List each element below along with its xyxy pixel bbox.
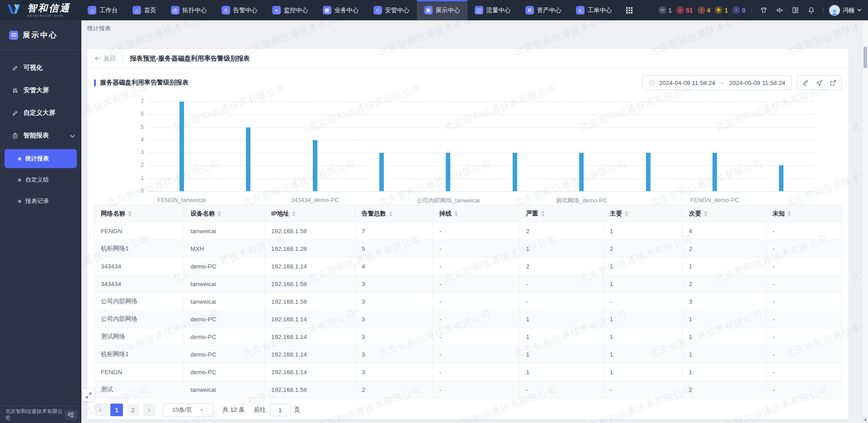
table-cell: demo-PC (184, 258, 265, 275)
sort-caret-icon[interactable] (625, 211, 628, 216)
table-row[interactable]: 公司内部网络tanweicai192.168.1.583---3- (94, 293, 842, 310)
table-column-header[interactable]: 未知 (766, 205, 841, 222)
sidebar-subitem[interactable]: 报表记录 (5, 192, 77, 211)
theme-skin-icon[interactable] (758, 5, 769, 16)
alarm-badge-major[interactable]: 4 (698, 6, 711, 14)
user-menu[interactable]: 冯楠 (829, 5, 862, 16)
fullscreen-icon[interactable] (82, 389, 94, 401)
scrollbar-down-arrow[interactable]: ▼ (863, 417, 868, 423)
top-nav-label: 工单中心 (588, 6, 612, 14)
table-column-header[interactable]: 告警总数 (355, 205, 433, 222)
sidebar-item[interactable]: 智能报表 (0, 124, 81, 147)
alarm-badge-minor[interactable]: 1 (715, 6, 728, 14)
top-nav-item[interactable]: ⚠告警中心 (214, 0, 265, 20)
sidebar-subitem[interactable]: 自定义组 (5, 170, 77, 189)
page-size-select[interactable]: 10条/页▼ (163, 403, 213, 417)
mute-speaker-icon[interactable] (774, 5, 785, 16)
apps-grid-icon[interactable] (619, 7, 639, 14)
top-nav-item[interactable]: ≈监控中心 (265, 0, 316, 20)
vertical-scrollbar[interactable]: ▼ (862, 20, 868, 423)
top-nav-item[interactable]: ≣资产中心 (518, 0, 569, 20)
chart-bar[interactable] (313, 140, 317, 191)
sort-caret-icon[interactable] (292, 211, 296, 216)
sort-caret-icon[interactable] (217, 211, 221, 216)
table-cell: 1 (682, 363, 766, 381)
goto-page-input[interactable] (270, 404, 291, 416)
column-label: IP地址 (271, 210, 289, 217)
sort-caret-icon[interactable] (389, 211, 392, 216)
chart-bar[interactable] (179, 102, 184, 191)
table-column-header[interactable]: 设备名称 (184, 205, 265, 222)
top-nav-item[interactable]: ▦业务中心 (316, 0, 366, 20)
table-row[interactable]: 公司内部网络demo-PC192.168.1.143-111- (94, 310, 842, 328)
table-cell: 2 (682, 381, 766, 399)
top-nav-item[interactable]: ◎拓扑中心 (164, 0, 214, 20)
chart-bar[interactable] (379, 153, 384, 191)
table-row[interactable]: 343434tanweicai192.168.1.583--12- (94, 275, 842, 293)
table-row[interactable]: 机柜网络1demo-PC192.168.1.143-111- (94, 346, 842, 363)
send-button[interactable] (816, 80, 823, 86)
top-nav-item[interactable]: ≡工单中心 (569, 0, 619, 20)
alarm-badge-critical[interactable]: 51 (676, 6, 693, 14)
export-button[interactable] (830, 80, 836, 86)
sort-caret-icon[interactable] (128, 211, 132, 216)
column-label: 严重 (526, 210, 538, 217)
top-nav-item[interactable]: ✓安管中心 (366, 0, 417, 20)
chart-bar[interactable] (513, 153, 517, 191)
chart-bar[interactable] (779, 165, 783, 191)
sidebar-item-label: 自定义大屏 (24, 109, 55, 117)
sort-caret-icon[interactable] (541, 211, 545, 216)
chart-bar[interactable] (246, 127, 250, 191)
back-button[interactable]: 返回 (94, 55, 116, 63)
table-row[interactable]: FENGNdemo-PC192.168.1.143-111- (94, 363, 842, 381)
table-row[interactable]: FENGNtanweicai192.168.1.587-214- (94, 222, 842, 240)
page-number-button[interactable]: 2 (127, 404, 139, 416)
table-column-header[interactable]: 严重 (519, 205, 603, 222)
table-cell: - (766, 275, 841, 293)
table-column-header[interactable]: 掉线 (433, 205, 519, 222)
table-row[interactable]: 343434demo-PC192.168.1.144-211- (94, 258, 842, 275)
table-cell: - (766, 328, 841, 346)
table-column-header[interactable]: IP地址 (264, 205, 355, 222)
table-cell: - (433, 310, 519, 328)
table-row[interactable]: 机柜网络1MXH192.168.1.285-122- (94, 240, 842, 258)
table-row[interactable]: 测试tanweicai192.168.1.582---2- (94, 381, 842, 399)
table-column-header[interactable]: 主要 (603, 205, 682, 222)
notification-bell-icon[interactable] (805, 5, 817, 16)
chart-bar[interactable] (646, 153, 651, 191)
brand-logo[interactable]: 智和信通 zhtelecom.com (0, 2, 80, 19)
sidebar-item[interactable]: 安管大屏 (0, 79, 81, 102)
date-range-picker[interactable]: 2024-04-09 11:58:24 - 2024-05-09 11:58:2… (642, 75, 792, 90)
table-cell: - (603, 381, 682, 399)
top-nav-item[interactable]: ▣展示中心 (417, 0, 467, 20)
sort-caret-icon[interactable] (704, 211, 708, 216)
chart-y-tick: 0 (130, 188, 144, 194)
table-column-header[interactable]: 次要 (682, 205, 766, 222)
table-column-header[interactable]: 网络名称 (94, 205, 184, 222)
chart-bar[interactable] (579, 153, 584, 191)
alarm-badge-unknown[interactable]: 0 (732, 6, 745, 14)
page-number-button[interactable]: 1 (110, 404, 123, 416)
sort-caret-icon[interactable] (788, 211, 791, 216)
question-icon (732, 6, 740, 14)
chart-bar[interactable] (712, 153, 717, 191)
chart-bar[interactable] (446, 153, 450, 191)
sidebar-item[interactable]: 自定义大屏 (0, 102, 81, 124)
sort-caret-icon[interactable] (454, 211, 458, 216)
layout-panels-icon[interactable] (789, 5, 801, 16)
alarm-badge-closed[interactable]: 1 (659, 6, 672, 14)
scrollbar-thumb[interactable] (863, 47, 867, 68)
next-page-button[interactable]: › (143, 404, 156, 416)
edit-button[interactable] (802, 80, 809, 86)
sidebar-item[interactable]: 可视化 (0, 56, 81, 79)
logo-mark-icon (6, 2, 24, 19)
prev-page-button[interactable]: ‹ (94, 404, 107, 416)
sidebar-subitem[interactable]: 统计报表 (5, 149, 77, 168)
table-cell: 192.168.1.14 (264, 310, 355, 328)
top-nav-item[interactable]: ⌂首页 (125, 0, 164, 20)
top-nav-item[interactable]: ◫流量中心 (467, 0, 518, 20)
top-nav-item[interactable]: ⌂工作台 (80, 0, 125, 20)
table-cell: - (433, 328, 519, 346)
sidebar-collapse-icon[interactable] (65, 410, 77, 420)
table-row[interactable]: 测试网络demo-PC192.168.1.143-111- (94, 328, 842, 346)
